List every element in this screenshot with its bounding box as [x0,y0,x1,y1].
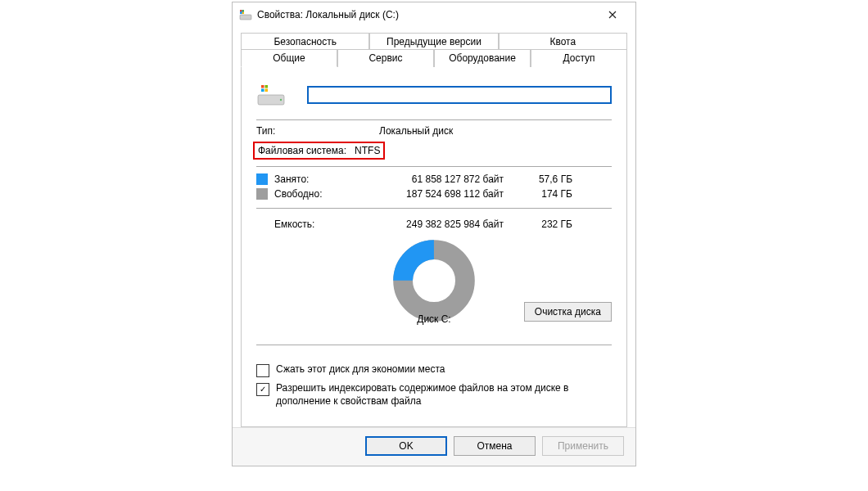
donut-label: Диск C: [417,313,450,325]
tab-sharing[interactable]: Доступ [531,49,627,67]
capacity-label: Емкость: [256,218,364,230]
free-bytes: 187 524 698 112 байт [364,188,523,200]
compress-checkbox[interactable] [256,364,269,377]
free-swatch [256,188,268,200]
used-swatch [256,173,268,185]
compress-checkbox-row[interactable]: Сжать этот диск для экономии места [256,363,612,377]
window-title: Свойства: Локальный диск (C:) [257,9,594,20]
tab-tools[interactable]: Сервис [337,49,434,67]
filesystem-label: Файловая система: [258,145,346,156]
svg-rect-2 [240,10,242,11]
svg-rect-0 [240,15,251,20]
used-bytes: 61 858 127 872 байт [364,173,523,185]
type-value: Локальный диск [379,125,453,137]
titlebar[interactable]: Свойства: Локальный диск (C:) [233,2,635,27]
index-label: Разрешить индексировать содержимое файло… [276,382,612,408]
svg-point-7 [280,99,282,101]
usage-donut-chart [393,240,475,322]
tab-general[interactable]: Общие [241,49,337,67]
dialog-button-row: OK Отмена Применить [233,427,635,466]
capacity-gb: 232 ГБ [523,218,572,230]
svg-rect-11 [261,89,264,92]
svg-rect-9 [261,85,264,88]
tab-hardware[interactable]: Оборудование [434,49,531,67]
filesystem-value: NTFS [355,145,380,156]
capacity-bytes: 249 382 825 984 байт [364,218,523,230]
tab-previous-versions[interactable]: Предыдущие версии [369,33,498,50]
free-label: Свободно: [274,188,364,200]
tab-strip: Безопасность Предыдущие версии Квота Общ… [233,27,635,427]
index-checkbox-row[interactable]: Разрешить индексировать содержимое файло… [256,382,612,408]
svg-rect-4 [240,12,242,14]
drive-title-icon [239,8,252,21]
tab-security[interactable]: Безопасность [241,33,369,50]
svg-rect-3 [242,10,244,11]
drive-icon [256,82,286,108]
drive-label-input[interactable] [307,86,612,104]
close-button[interactable] [594,3,631,26]
compress-label: Сжать этот диск для экономии места [276,363,612,376]
used-label: Занято: [274,173,364,185]
cancel-button[interactable]: Отмена [454,436,536,456]
used-gb: 57,6 ГБ [523,173,572,185]
tab-quota[interactable]: Квота [499,33,627,50]
svg-rect-12 [265,89,269,92]
apply-button[interactable]: Применить [542,436,624,456]
filesystem-highlight: Файловая система: NTFS [253,142,385,160]
disk-cleanup-button[interactable]: Очистка диска [524,302,612,322]
svg-rect-5 [242,12,244,14]
free-gb: 174 ГБ [523,188,572,200]
svg-rect-10 [265,85,269,88]
type-label: Тип: [256,125,379,137]
properties-dialog: Свойства: Локальный диск (C:) Безопаснос… [232,2,636,466]
ok-button[interactable]: OK [365,436,447,456]
svg-point-15 [414,261,454,300]
tab-panel-general: Тип: Локальный диск Файловая система: NT… [241,67,627,427]
index-checkbox[interactable] [256,383,269,396]
